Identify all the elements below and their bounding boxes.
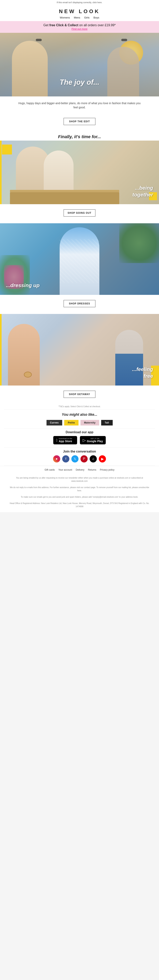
youtube-icon[interactable]: ▶ [99,455,106,463]
also-like-title: You might also like... [0,410,159,419]
social-icons: ● f 𝕏 P ♫ ▶ [4,455,155,463]
promo-text: Get free Click & Collect on all orders o… [43,24,116,27]
footer-privacy-policy[interactable]: Privacy policy [100,468,114,471]
app-store-big: App Store [59,440,72,443]
social-section: Join the conversation ● f 𝕏 P ♫ ▶ [0,448,159,466]
legal-line1: You are being emailed by us after reques… [8,476,151,483]
legal-address: Head Office & Registered Address: New Lo… [8,502,151,508]
nav-womens[interactable]: Womens [60,16,70,19]
google-play-icon: ▷ [83,438,86,442]
shop-edit-wrapper: SHOP THE EDIT [0,113,159,132]
tc-content: *T&Cs apply. Select Click & Collect at c… [59,406,100,407]
download-section: Download our app  Download on the App S… [0,428,159,447]
basket [24,372,32,377]
dressing-up-image: ...dressing up [0,223,159,295]
download-title: Download our app [4,430,155,434]
body-description: Hugs, happy days and bigger-and-better p… [16,101,143,110]
legal-text: You are being emailed by us after reques… [0,474,159,512]
pinterest-icon[interactable]: P [81,455,87,463]
nav-girls[interactable]: Girls [84,16,90,19]
app-buttons:  Download on the App Store ▷ GET IT ON … [4,436,155,444]
footer-delivery[interactable]: Delivery [76,468,84,471]
top-bar-text: If this email isn't displaying correctly… [57,1,102,3]
shop-dresses-wrapper: SHOP DRESSES [0,295,159,314]
hero-image: The joy of... [0,33,159,96]
google-play-small: GET IT ON [87,438,103,440]
header: NEW LOOK Womens Mens Girls Boys [0,5,159,21]
instagram-icon[interactable]: ● [53,455,60,463]
shop-edit-button[interactable]: SHOP THE EDIT [64,118,95,125]
top-bar: If this email isn't displaying correctly… [0,0,159,5]
find-out-link[interactable]: Find out more [4,27,155,30]
google-play-button[interactable]: ▷ GET IT ON Google Play [80,436,106,444]
google-play-big: Google Play [87,440,103,443]
promo-banner: Get free Click & Collect on all orders o… [0,21,159,33]
dressing-up-text: ...dressing up [6,282,40,289]
figure-front [8,324,40,385]
tag-tall[interactable]: Tall [101,420,113,425]
figure-left [12,41,48,96]
app-store-button[interactable]:  Download on the App Store [53,436,77,444]
shop-getaway-button[interactable]: SHOP GETAWAY [64,391,95,398]
legal-line2: We do not reply to e-mails from this add… [8,486,151,492]
social-title: Join the conversation [4,450,155,453]
section-heading: Finally, it's time for... [0,132,159,140]
floral-overlay [60,239,99,283]
tc-text: *T&Cs apply. Select Click & Collect at c… [0,405,159,410]
footer-your-account[interactable]: Your account [59,468,72,471]
app-store-text: Download on the App Store [59,438,72,443]
bench [10,190,119,192]
tag-curves[interactable]: Curves [46,420,62,425]
yellow-accent-left [0,140,2,204]
footer-gift-cards[interactable]: Gift cards [45,468,55,471]
google-play-text: GET IT ON Google Play [87,438,103,443]
apple-icon:  [56,438,57,442]
yellow-square-accent [2,145,12,154]
nav-mens[interactable]: Mens [74,16,80,19]
facebook-icon[interactable]: f [62,455,69,463]
shop-getaway-wrapper: SHOP GETAWAY [0,385,159,405]
feeling-free-text: ...feeling free [132,366,153,380]
category-tags: Curves Petite Maternity Tall [0,419,159,428]
being-together-text: ...being together [132,185,153,198]
nav-boys[interactable]: Boys [94,16,99,19]
main-nav: Womens Mens Girls Boys [2,16,157,19]
sunglasses-left [36,39,42,41]
tag-petite[interactable]: Petite [64,420,78,425]
legal-line3: To make sure our emails get to you and a… [8,495,151,499]
twitter-icon[interactable]: 𝕏 [72,455,78,463]
footer-returns[interactable]: Returns [88,468,96,471]
shop-going-out-button[interactable]: SHOP GOING OUT [64,209,95,216]
yellow-accent-left2 [0,314,2,385]
tiktok-icon[interactable]: ♫ [90,455,97,463]
shop-dresses-button[interactable]: SHOP DRESSES [64,300,95,307]
shop-going-out-wrapper: SHOP GOING OUT [0,204,159,223]
logo: NEW LOOK [2,8,157,14]
footer-links: Gift cards Your account Delivery Returns… [0,466,159,474]
figure-right [107,47,139,96]
being-together-image: ...being together [0,140,159,204]
hero-text: The joy of... [60,78,99,86]
foliage-right [119,223,159,263]
body-text-section: Hugs, happy days and bigger-and-better p… [0,96,159,113]
bench-back [10,192,119,204]
app-store-small: Download on the [59,438,72,440]
feeling-free-image: ...feeling free [0,314,159,385]
sunglasses-right [121,39,127,41]
tag-maternity[interactable]: Maternity [81,420,99,425]
